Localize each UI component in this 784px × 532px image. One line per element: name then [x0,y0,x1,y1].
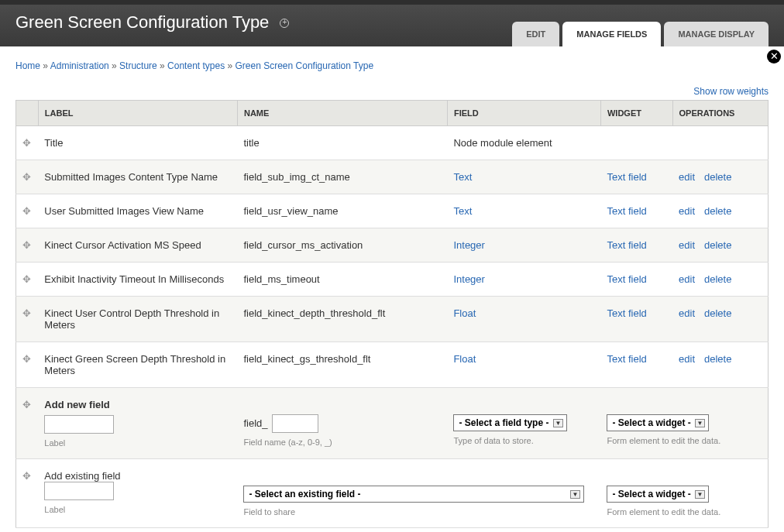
breadcrumb-current[interactable]: Green Screen Configuration Type [236,60,374,71]
edit-link[interactable]: edit [679,273,695,285]
delete-link[interactable]: delete [704,353,731,365]
gear-icon[interactable] [280,19,289,28]
field-machine-name: field_kinect_depth_threshold_flt [237,297,447,342]
delete-link[interactable]: delete [704,273,731,285]
breadcrumb: Home » Administration » Structure » Cont… [15,60,769,71]
col-widget: WIDGET [600,101,672,126]
fields-table: LABEL NAME FIELD WIDGET OPERATIONS ✥Titl… [15,100,769,528]
field-label: Title [38,126,237,160]
field-label: Kinect Green Screen Depth Threshold in M… [38,342,237,388]
edit-link[interactable]: edit [679,307,695,319]
drag-handle-icon[interactable]: ✥ [22,399,31,410]
breadcrumb-administration[interactable]: Administration [50,60,109,71]
field-machine-name: field_usr_view_name [237,194,447,228]
tab-bar: EDIT MANAGE FIELDS MANAGE DISPLAY [512,22,769,46]
col-name: NAME [237,101,447,126]
col-field: FIELD [447,101,600,126]
field-type-link[interactable]: Text [453,171,472,183]
field-label: Kinect Cursor Activation MS Speed [38,228,237,263]
add-existing-widget-help: Form element to edit the data. [607,507,762,517]
table-row: ✥User Submitted Images View Namefield_us… [16,194,769,228]
add-existing-field-help: Field to share [243,507,594,517]
edit-link[interactable]: edit [679,353,695,365]
page-title: Green Screen Configuration Type [15,12,289,33]
table-row: ✥Kinect User Control Depth Threshold in … [16,297,769,342]
add-new-widget-help: Form element to edit the data. [607,436,762,445]
tab-manage-display[interactable]: MANAGE DISPLAY [664,22,769,46]
widget-link[interactable]: Text field [607,171,646,183]
tab-manage-fields[interactable]: MANAGE FIELDS [562,22,661,46]
drag-handle-icon[interactable]: ✥ [22,205,31,217]
add-existing-label-help: Label [44,505,231,514]
add-new-name-help: Field name (a-z, 0-9, _) [243,438,441,447]
delete-link[interactable]: delete [704,307,731,319]
edit-link[interactable]: edit [679,171,695,183]
edit-link[interactable]: edit [679,239,695,251]
close-icon[interactable]: ✕ [767,50,781,63]
delete-link[interactable]: delete [704,171,731,183]
table-row: ✥TitletitleNode module element [16,126,769,160]
add-existing-field-heading: Add existing field [44,470,231,482]
widget-link[interactable]: Text field [607,239,646,251]
drag-handle-icon[interactable]: ✥ [22,273,31,285]
field-type-text: Node module element [447,126,600,160]
field-machine-name: field_kinect_gs_threshold_flt [237,342,447,388]
add-existing-field-select[interactable]: - Select an existing field - [243,486,584,503]
breadcrumb-home[interactable]: Home [15,60,40,71]
delete-link[interactable]: delete [704,205,731,217]
field-machine-name: field_ms_timeout [237,263,447,297]
drag-handle-icon[interactable]: ✥ [22,171,31,183]
col-label: LABEL [38,101,237,126]
breadcrumb-content-types[interactable]: Content types [167,60,225,71]
field-machine-name: title [237,126,447,160]
table-row: ✥Submitted Images Content Type Namefield… [16,160,769,194]
show-row-weights-link[interactable]: Show row weights [693,86,769,97]
add-new-label-input[interactable] [44,415,114,434]
add-new-label-help: Label [44,438,231,448]
field-label: Kinect User Control Depth Threshold in M… [38,297,237,342]
add-new-field-type-select[interactable]: - Select a field type - [453,414,567,431]
add-new-field-heading: Add new field [44,399,231,415]
delete-link[interactable]: delete [704,239,731,251]
add-new-machine-name-input[interactable] [272,414,318,433]
field-machine-name: field_cursor_ms_activation [237,228,447,263]
col-operations: OPERATIONS [672,101,768,126]
widget-link[interactable]: Text field [607,205,646,217]
table-row: ✥Exhibit Inactivity Timeout In Milliseco… [16,263,769,297]
widget-link[interactable]: Text field [607,273,646,285]
add-new-field-help: Type of data to store. [453,436,594,445]
table-row: ✥Kinect Cursor Activation MS Speedfield_… [16,228,769,263]
table-row: ✥Kinect Green Screen Depth Threshold in … [16,342,769,388]
drag-handle-icon[interactable]: ✥ [22,470,31,482]
drag-handle-icon[interactable]: ✥ [22,137,31,149]
field-type-link[interactable]: Integer [453,239,484,251]
field-type-link[interactable]: Integer [453,273,484,285]
widget-link[interactable]: Text field [607,353,646,365]
widget-link[interactable]: Text field [607,307,646,319]
field-type-link[interactable]: Float [453,353,476,365]
field-machine-name: field_sub_img_ct_name [237,160,447,194]
drag-handle-icon[interactable]: ✥ [22,307,31,319]
field-label: Exhibit Inactivity Timeout In Millisecon… [38,263,237,297]
field-label: Submitted Images Content Type Name [38,160,237,194]
add-new-widget-select[interactable]: - Select a widget - [607,414,709,431]
machine-name-prefix: field_ [243,417,267,429]
add-existing-widget-select[interactable]: - Select a widget - [607,486,709,503]
drag-handle-icon[interactable]: ✥ [22,239,31,251]
field-type-link[interactable]: Text [453,205,472,217]
field-label: User Submitted Images View Name [38,194,237,228]
edit-link[interactable]: edit [679,205,695,217]
tab-edit[interactable]: EDIT [512,22,559,46]
add-existing-label-input[interactable] [44,482,114,500]
breadcrumb-structure[interactable]: Structure [119,60,157,71]
field-type-link[interactable]: Float [453,307,476,319]
drag-handle-icon[interactable]: ✥ [22,353,31,365]
